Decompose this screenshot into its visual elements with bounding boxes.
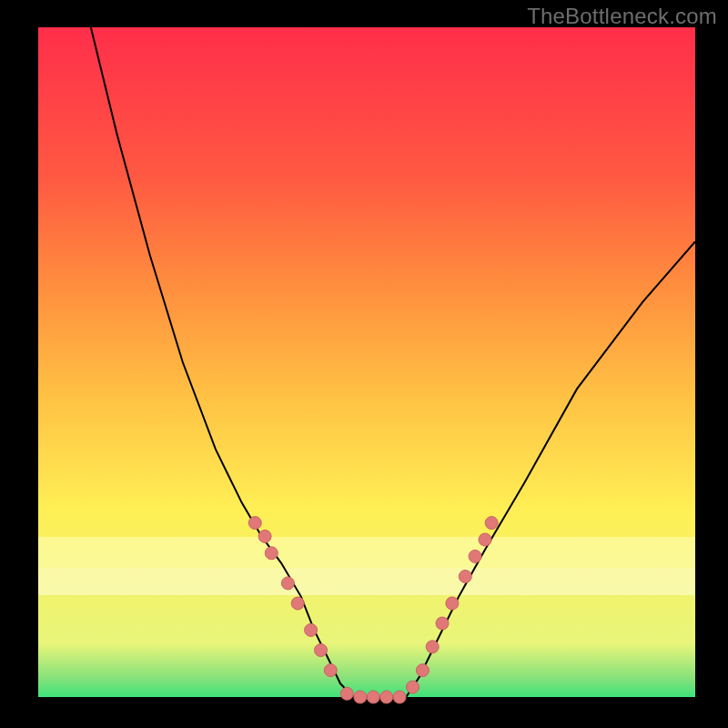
data-marker xyxy=(436,617,449,630)
curve-overlay xyxy=(38,27,695,697)
data-marker xyxy=(248,517,261,530)
data-marker xyxy=(459,571,471,583)
data-marker xyxy=(416,664,429,677)
data-marker xyxy=(367,691,379,703)
plot-area xyxy=(38,27,695,697)
watermark-text: TheBottleneck.com xyxy=(527,4,717,29)
data-marker xyxy=(291,597,304,610)
chart-frame: TheBottleneck.com xyxy=(0,0,728,728)
data-marker xyxy=(324,664,337,677)
data-marker xyxy=(469,550,481,562)
data-marker xyxy=(258,530,271,542)
data-marker xyxy=(485,517,498,530)
data-marker xyxy=(446,597,459,610)
data-marker xyxy=(305,623,318,636)
data-marker xyxy=(315,644,328,657)
data-marker xyxy=(407,681,420,693)
data-marker xyxy=(393,691,406,703)
data-marker xyxy=(479,533,491,546)
data-marker xyxy=(380,691,393,703)
data-marker xyxy=(426,641,439,653)
data-marker xyxy=(265,547,278,560)
curve-right-branch xyxy=(406,242,695,698)
data-marker xyxy=(340,687,353,700)
curve-left-branch xyxy=(91,27,354,697)
data-marker xyxy=(281,577,294,590)
data-marker xyxy=(354,691,367,703)
